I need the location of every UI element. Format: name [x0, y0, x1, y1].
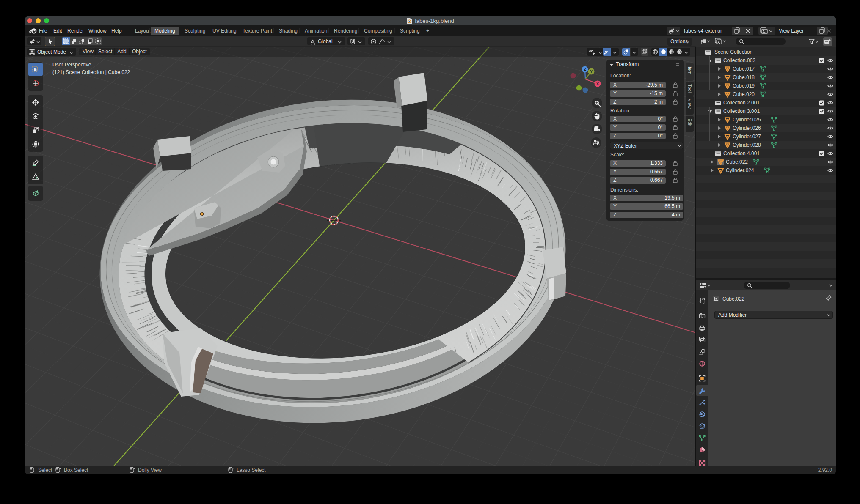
- svg-text:X: X: [596, 82, 599, 86]
- svg-text:Z: Z: [584, 67, 586, 71]
- svg-text:Y: Y: [590, 69, 593, 74]
